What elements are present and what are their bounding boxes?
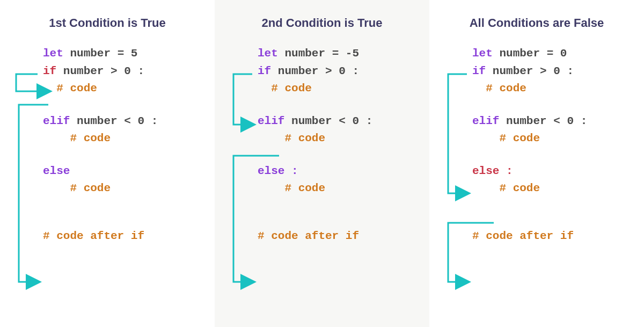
code-line: # code — [472, 180, 633, 198]
code-line: # code — [43, 130, 204, 148]
panel-title: 1st Condition is True — [11, 16, 204, 30]
code-line: else : — [258, 163, 419, 180]
code-line: elif number < 0 : — [258, 113, 419, 130]
code-line: # code after if — [43, 228, 204, 245]
code-block: let number = 0 if number > 0 : # code el… — [440, 45, 633, 245]
code-line: # code — [43, 180, 204, 198]
code-line: let number = -5 — [258, 45, 419, 63]
code-line: if number > 0 : — [43, 63, 204, 81]
panel-title: 2nd Condition is True — [225, 16, 419, 30]
panel-2nd-condition: 2nd Condition is True let number = -5 if… — [215, 0, 429, 327]
code-line: # code — [258, 80, 419, 98]
code-line: else : — [472, 163, 633, 180]
code-line: # code — [258, 180, 419, 198]
code-line: elif number < 0 : — [472, 113, 633, 130]
panel-all-false: All Conditions are False let number = 0 … — [429, 0, 644, 327]
code-line: else — [43, 163, 204, 180]
code-line: # code — [472, 80, 633, 98]
code-line: # code after if — [258, 228, 419, 245]
code-line: # code — [258, 130, 419, 148]
code-block: let number = -5 if number > 0 : # code e… — [225, 45, 419, 245]
code-line: # code — [472, 130, 633, 148]
code-line: # code after if — [472, 228, 633, 245]
panel-title: All Conditions are False — [440, 16, 633, 30]
code-line: let number = 5 — [43, 45, 204, 63]
panel-1st-condition: 1st Condition is True let number = 5 if … — [0, 0, 215, 327]
code-block: let number = 5 if number > 0 : # code el… — [11, 45, 204, 245]
code-line: if number > 0 : — [472, 63, 633, 81]
code-line: elif number < 0 : — [43, 113, 204, 130]
code-line: let number = 0 — [472, 45, 633, 63]
code-line: # code — [43, 80, 204, 98]
code-line: if number > 0 : — [258, 63, 419, 81]
